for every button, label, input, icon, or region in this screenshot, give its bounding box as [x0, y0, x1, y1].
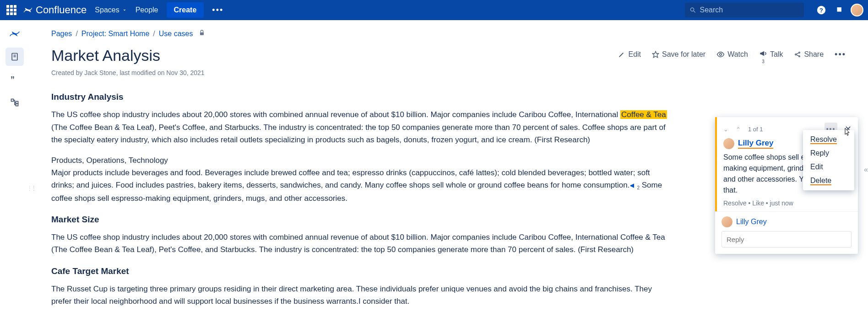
sidebar-pages-icon[interactable]	[5, 48, 24, 66]
sidebar-space-icon[interactable]	[5, 25, 24, 43]
svg-text:?: ?	[819, 7, 823, 14]
svg-point-15	[799, 52, 800, 54]
comment-prev-icon[interactable]: ⌄	[723, 126, 728, 133]
inline-comment-marker-icon[interactable]	[629, 182, 637, 189]
svg-point-0	[690, 8, 694, 11]
create-button[interactable]: Create	[167, 2, 204, 18]
ctx-delete[interactable]: Delete	[803, 174, 854, 188]
app-switcher-icon[interactable]	[5, 3, 18, 17]
svg-text:”: ”	[11, 75, 15, 84]
brand-logo[interactable]: Confluence	[23, 4, 87, 16]
comment-author-name[interactable]: Lilly Grey	[738, 139, 773, 149]
svg-rect-8	[11, 99, 14, 102]
sidebar-drag-handle[interactable]: ⋮⋮	[29, 185, 36, 191]
highlighted-text: Coffee & Tea	[620, 110, 667, 119]
top-navbar: Confluence Spaces People Create ••• ?	[0, 0, 868, 20]
help-icon[interactable]: ?	[814, 3, 829, 17]
brand-text: Confluence	[36, 4, 87, 16]
notifications-icon[interactable]	[831, 3, 846, 17]
comment-footer[interactable]: Resolve • Like • just now	[723, 199, 852, 207]
svg-line-1	[694, 11, 695, 13]
chevron-down-icon	[122, 7, 127, 13]
pencil-icon	[618, 51, 625, 58]
edit-button[interactable]: Edit	[618, 50, 641, 59]
paragraph-industry: The US coffee shop industry includes abo…	[51, 108, 674, 146]
heading-industry: Industry Analysis	[51, 90, 674, 104]
reply-author: Lilly Grey	[722, 216, 852, 227]
svg-rect-10	[16, 104, 18, 106]
save-for-later-button[interactable]: Save for later	[652, 50, 705, 59]
watch-button[interactable]: Watch	[716, 50, 748, 59]
paragraph-cafe: The Russet Cup is targeting three primar…	[51, 283, 674, 307]
heading-cafe: Cafe Target Market	[51, 264, 674, 278]
comment-next-icon[interactable]: ⌄	[736, 126, 741, 133]
avatar	[723, 138, 734, 149]
ctx-resolve[interactable]: Resolve	[803, 133, 854, 146]
talk-button[interactable]: Talk	[759, 49, 783, 59]
eye-icon	[716, 50, 725, 59]
sidebar-tree-icon[interactable]	[5, 93, 24, 112]
reply-input[interactable]	[722, 231, 852, 247]
megaphone-icon	[759, 49, 767, 59]
svg-line-18	[797, 55, 799, 56]
breadcrumb-project[interactable]: Project: Smart Home	[81, 30, 149, 38]
star-icon	[652, 51, 659, 58]
paragraph-market: The US coffee shop industry includes abo…	[51, 231, 674, 256]
breadcrumb-usecases[interactable]: Use cases	[159, 30, 193, 38]
svg-rect-11	[200, 32, 204, 35]
svg-point-14	[795, 54, 797, 55]
comment-counter: 1 of 1	[748, 126, 763, 133]
paragraph-products: Products, Operations, Technology Major p…	[51, 154, 674, 204]
svg-point-16	[799, 56, 800, 57]
search-box[interactable]	[685, 3, 804, 17]
breadcrumb-pages[interactable]: Pages	[51, 30, 72, 38]
ctx-reply[interactable]: Reply	[803, 146, 854, 160]
share-button[interactable]: Share	[794, 50, 824, 59]
avatar	[722, 216, 732, 227]
comment-context-menu: Resolve Reply Edit Delete	[803, 130, 854, 190]
page-byline: Created by Jack Stone, last modified on …	[51, 69, 846, 76]
nav-more-icon[interactable]: •••	[208, 4, 227, 17]
panel-collapse-icon[interactable]: «	[864, 166, 868, 174]
page-more-icon[interactable]: •••	[835, 50, 846, 59]
page-action-bar: Edit Save for later Watch Talk Share •••	[618, 49, 846, 59]
article-body: Industry Analysis The US coffee shop ind…	[51, 90, 674, 307]
search-icon	[689, 6, 696, 14]
breadcrumb: Pages / Project: Smart Home / Use cases	[51, 29, 846, 38]
svg-marker-12	[652, 51, 658, 57]
svg-line-17	[797, 53, 799, 54]
heading-market-size: Market Size	[51, 213, 674, 226]
nav-spaces[interactable]: Spaces	[95, 6, 127, 14]
profile-avatar[interactable]	[851, 4, 863, 16]
left-sidebar: ”	[0, 20, 29, 312]
confluence-icon	[23, 5, 33, 15]
nav-people[interactable]: People	[136, 6, 158, 14]
sidebar-quote-icon[interactable]: ”	[5, 70, 24, 89]
search-input[interactable]	[700, 6, 800, 14]
share-icon	[794, 51, 801, 58]
restrictions-lock-icon[interactable]	[198, 29, 206, 38]
svg-point-13	[720, 54, 722, 56]
comment-reply-section: Lilly Grey	[715, 211, 858, 254]
ctx-edit[interactable]: Edit	[803, 160, 854, 174]
